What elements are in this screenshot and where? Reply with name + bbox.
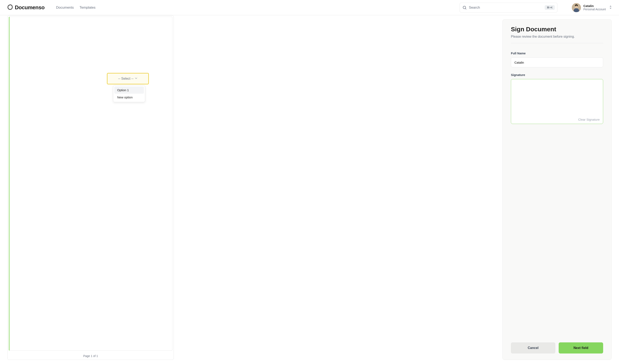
select-field[interactable]: -- Select -- xyxy=(107,73,149,84)
main-nav: Documents Templates xyxy=(56,6,95,10)
search-icon xyxy=(462,5,467,10)
main-content: -- Select -- Option 1 New option Page 1 … xyxy=(0,15,619,364)
sign-panel: Sign Document Please review the document… xyxy=(503,19,612,360)
panel-subtitle: Please review the document before signin… xyxy=(511,35,603,43)
panel-title: Sign Document xyxy=(511,26,603,33)
svg-point-0 xyxy=(463,6,466,9)
search-placeholder: Search xyxy=(469,6,545,10)
avatar xyxy=(572,3,581,12)
dropdown-option-1[interactable]: Option 1 xyxy=(114,86,144,94)
select-placeholder: -- Select -- xyxy=(118,77,134,81)
app-header: Documenso Documents Templates Search ⌘+K xyxy=(0,0,619,15)
account-text: Catalin Personal Account xyxy=(583,4,606,11)
account-menu[interactable]: Catalin Personal Account xyxy=(572,3,612,12)
document-card: -- Select -- Option 1 New option Page 1 … xyxy=(7,15,174,360)
full-name-label: Full Name xyxy=(511,52,603,55)
nav-templates[interactable]: Templates xyxy=(80,6,95,10)
chevron-updown-icon xyxy=(609,5,612,10)
cancel-button[interactable]: Cancel xyxy=(511,342,555,353)
select-dropdown: Option 1 New option xyxy=(113,85,145,102)
full-name-input[interactable] xyxy=(511,57,603,67)
clear-signature-button[interactable]: Clear Signature xyxy=(578,118,600,121)
signature-label: Signature xyxy=(511,73,603,77)
account-type: Personal Account xyxy=(583,8,606,11)
seal-icon xyxy=(7,4,13,11)
svg-line-1 xyxy=(465,8,466,9)
document-viewer: -- Select -- Option 1 New option Page 1 … xyxy=(0,15,498,364)
search-shortcut: ⌘+K xyxy=(545,5,555,10)
dropdown-option-2[interactable]: New option xyxy=(114,94,144,101)
brand-name: Documenso xyxy=(15,4,44,11)
chevron-down-icon xyxy=(135,77,138,81)
document-page[interactable]: -- Select -- Option 1 New option xyxy=(9,17,172,351)
signature-pad[interactable]: Clear Signature xyxy=(511,79,603,124)
action-buttons: Cancel Next field xyxy=(511,342,603,353)
next-field-button[interactable]: Next field xyxy=(559,342,603,353)
search-input[interactable]: Search ⌘+K xyxy=(460,3,557,13)
account-name: Catalin xyxy=(583,4,606,8)
side-panel: Sign Document Please review the document… xyxy=(498,15,619,364)
logo[interactable]: Documenso xyxy=(7,4,44,11)
nav-documents[interactable]: Documents xyxy=(56,6,74,10)
search-wrapper: Search ⌘+K xyxy=(460,3,557,13)
page-indicator: Page 1 of 1 xyxy=(9,351,172,358)
